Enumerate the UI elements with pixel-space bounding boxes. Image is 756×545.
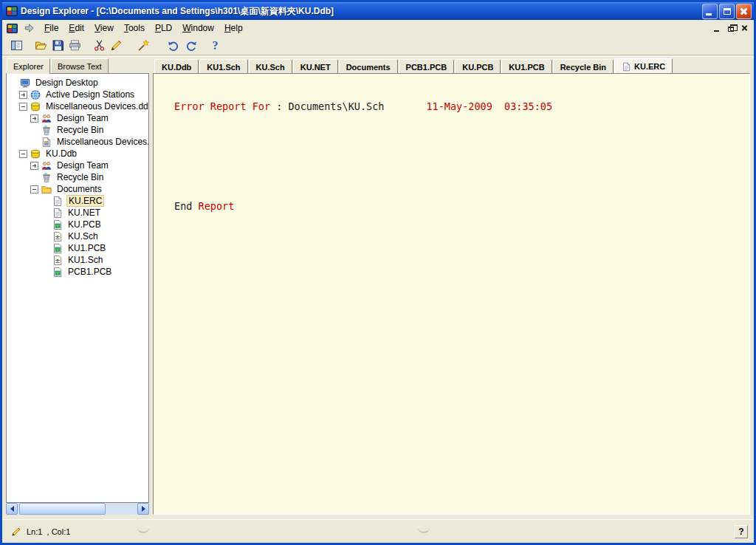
redo-button[interactable] (182, 37, 199, 54)
panel-tabs: Explorer Browse Text (6, 58, 149, 73)
tree-item-active-design-stations[interactable]: Active Design Stations (7, 89, 148, 100)
save-icon (52, 39, 64, 52)
document-app-icon (7, 23, 18, 34)
menu-window[interactable]: Window (177, 21, 219, 35)
menu-help[interactable]: Help (219, 21, 248, 35)
folder-icon (41, 184, 52, 195)
maximize-button[interactable] (719, 4, 735, 19)
minimize-button[interactable] (702, 4, 718, 19)
error-report-view[interactable]: Error Report For : Documents\KU.Sch 11-M… (153, 73, 750, 515)
indent-spacer (41, 244, 49, 253)
cut-button[interactable] (91, 37, 108, 54)
expand-icon[interactable] (30, 114, 38, 123)
tree-item-documents[interactable]: Documents (7, 183, 148, 195)
database-icon (30, 148, 41, 160)
report-end-prefix: End (174, 200, 199, 212)
cursor-position: Ln:1 , Col:1 (27, 527, 70, 536)
report-datetime: 11-May-2009 03:35:05 (426, 100, 552, 112)
document-tab-bar: KU.Ddb KU1.Sch KU.Sch KU.NET Documents P… (153, 58, 750, 73)
expand-icon[interactable] (19, 91, 27, 99)
library-icon (41, 137, 52, 148)
print-button[interactable] (66, 37, 83, 54)
doc-tab-ku1-pcb[interactable]: KU1.PCB (501, 59, 551, 73)
expand-icon[interactable] (30, 162, 38, 170)
report-target: : Documents\KU.Sch (270, 100, 426, 112)
tree-item-ku-pcb[interactable]: KU.PCB (7, 219, 148, 230)
indent-spacer (41, 268, 49, 276)
collapse-icon[interactable] (30, 185, 38, 193)
maximize-icon (724, 8, 731, 15)
tree-item-misc-devices-ddb[interactable]: Miscellaneous Devices.ddb (7, 100, 148, 112)
indent-spacer (30, 138, 38, 146)
help-button[interactable]: ? (207, 37, 224, 54)
doc-tab-ku-ddb[interactable]: KU.Ddb (154, 59, 199, 73)
menu-tools[interactable]: Tools (119, 21, 150, 35)
doc-tab-ku-net[interactable]: KU.NET (293, 59, 338, 73)
tree-item-design-team[interactable]: Design Team (7, 160, 148, 171)
save-button[interactable] (49, 37, 66, 54)
undo-button[interactable] (165, 37, 182, 54)
tree-item-recycle-bin[interactable]: Recycle Bin (7, 171, 148, 183)
scroll-left-button[interactable] (6, 503, 18, 515)
indent-spacer (41, 233, 49, 241)
menu-pld[interactable]: PLD (150, 21, 177, 35)
horizontal-scrollbar[interactable] (6, 503, 149, 515)
tab-explorer[interactable]: Explorer (7, 58, 50, 74)
title-bar[interactable]: Design Explorer - [C:\Documents and Sett… (2, 2, 754, 20)
mdi-restore-button[interactable] (724, 23, 737, 34)
menu-bar: File Edit View Tools PLD Window Help (2, 20, 754, 36)
pcb-document-icon (52, 243, 63, 254)
text-document-icon (52, 196, 63, 207)
mdi-restore-icon (728, 27, 734, 32)
doc-tab-pcb1-pcb[interactable]: PCB1.PCB (399, 59, 455, 73)
doc-tab-ku-sch[interactable]: KU.Sch (249, 59, 292, 73)
indent-spacer (41, 197, 49, 205)
tree-item-label: KU1.PCB (66, 243, 107, 253)
indent-spacer (41, 221, 49, 229)
tree-item-ku1-sch[interactable]: KU1.Sch (7, 254, 148, 266)
tree-item-ku1-pcb[interactable]: KU1.PCB (7, 242, 148, 254)
tab-browse-text[interactable]: Browse Text (51, 58, 109, 73)
tree-item-design-team[interactable]: Design Team (7, 112, 148, 124)
mdi-minimize-button[interactable] (710, 23, 723, 34)
collapse-icon[interactable] (19, 150, 27, 158)
doc-tab-ku-pcb[interactable]: KU.PCB (455, 59, 501, 73)
tree-item-ku-sch[interactable]: KU.Sch (7, 230, 148, 242)
menu-file[interactable]: File (39, 21, 63, 35)
report-header-line: Error Report For : Documents\KU.Sch 11-M… (174, 101, 749, 112)
menu-edit[interactable]: Edit (63, 21, 89, 35)
scroll-left-icon (7, 506, 14, 512)
wand-button[interactable] (135, 37, 152, 54)
status-help-button[interactable]: ? (735, 525, 748, 538)
tree-item-recycle-bin[interactable]: Recycle Bin (7, 124, 148, 136)
menu-view[interactable]: View (89, 21, 119, 35)
close-button[interactable] (736, 4, 752, 19)
window-title: Design Explorer - [C:\Documents and Sett… (21, 5, 701, 18)
tree-item-label: Documents (55, 184, 103, 194)
doc-tab-ku1-sch[interactable]: KU1.Sch (199, 59, 247, 73)
indent-spacer (30, 174, 38, 182)
tree-item-ku-net[interactable]: KU.NET (7, 207, 148, 219)
doc-tab-ku-erc[interactable]: KU.ERC (614, 58, 673, 73)
design-manager-button[interactable] (8, 37, 25, 54)
tree-item-misc-devices-lib[interactable]: Miscellaneous Devices.lib (7, 136, 148, 148)
mdi-close-button[interactable] (738, 23, 751, 34)
doc-tab-recycle-bin[interactable]: Recycle Bin (553, 59, 614, 73)
collapse-icon[interactable] (19, 103, 27, 111)
undo-icon (168, 39, 180, 52)
tree-item-ku-ddb[interactable]: KU.Ddb (7, 148, 148, 160)
tree-item-pcb1-pcb[interactable]: PCB1.PCB (7, 266, 148, 278)
tree-item-label: KU.Ddb (44, 148, 78, 159)
open-button[interactable] (32, 37, 49, 54)
tree-item-design-desktop[interactable]: Design Desktop (7, 77, 148, 89)
scroll-right-button[interactable] (137, 503, 149, 515)
scrollbar-track[interactable] (18, 503, 137, 515)
document-area: KU.Ddb KU1.Sch KU.Sch KU.NET Documents P… (153, 58, 750, 515)
scrollbar-thumb[interactable] (19, 503, 106, 515)
explorer-panel: Explorer Browse Text Design Desktop Acti… (6, 58, 149, 515)
toolbar-divider (2, 55, 754, 57)
pencil-button[interactable] (108, 37, 125, 54)
pcb-document-icon (52, 267, 63, 278)
doc-tab-documents[interactable]: Documents (339, 59, 398, 73)
tree-item-ku-erc[interactable]: KU.ERC (7, 195, 148, 207)
